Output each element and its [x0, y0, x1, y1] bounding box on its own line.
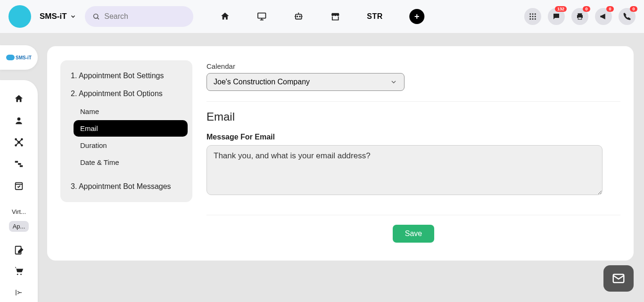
logo-card[interactable]: SMS-iT	[0, 45, 38, 70]
svg-line-32	[19, 139, 22, 142]
svg-point-18	[535, 16, 536, 17]
search-field[interactable]	[85, 6, 193, 27]
store-icon[interactable]	[330, 11, 340, 22]
chat-icon	[552, 12, 561, 21]
message-label: Message For Email	[206, 133, 620, 141]
announcements-button[interactable]: 0	[595, 8, 612, 25]
svg-point-0	[93, 14, 98, 18]
svg-point-17	[532, 16, 534, 17]
phone-badge: 0	[630, 6, 637, 12]
chevron-down-icon	[70, 13, 76, 20]
plus-icon	[413, 13, 421, 20]
sidebar-item-ap[interactable]: Ap...	[9, 221, 29, 232]
svg-point-42	[20, 274, 22, 275]
section-title: Email	[206, 110, 620, 123]
svg-point-21	[535, 18, 536, 20]
message-textarea[interactable]	[206, 145, 603, 195]
print-badge: 0	[583, 6, 590, 12]
left-sidebar: SMS-iT Virt... Ap...	[0, 33, 38, 302]
svg-rect-24	[578, 17, 582, 20]
app-header: SMS-iT STR 132 0	[0, 0, 644, 33]
divider	[206, 101, 620, 102]
save-button[interactable]: Save	[393, 225, 434, 243]
search-input[interactable]	[104, 12, 185, 21]
settings-nav: 1. Appointment Bot Settings 2. Appointme…	[60, 60, 192, 202]
desktop-icon[interactable]	[256, 11, 267, 22]
print-button[interactable]: 0	[571, 8, 588, 25]
nav-bot-settings[interactable]: 1. Appointment Bot Settings	[65, 67, 188, 85]
logo-text: SMS-iT	[16, 55, 32, 60]
mail-icon	[611, 271, 626, 286]
brand-dropdown[interactable]: SMS-iT	[40, 12, 76, 21]
brand-label: SMS-iT	[40, 12, 67, 21]
svg-rect-22	[578, 13, 582, 15]
edit-nav-icon[interactable]	[14, 245, 24, 255]
calendar-select-value: Joe's Construction Company	[214, 78, 310, 86]
svg-point-14	[532, 13, 534, 15]
printer-icon	[576, 12, 584, 21]
svg-point-15	[535, 13, 536, 15]
grid-icon	[528, 12, 537, 21]
str-nav-item[interactable]: STR	[367, 12, 383, 21]
home-icon[interactable]	[220, 11, 230, 22]
svg-line-34	[19, 142, 22, 145]
nav-sub-duration[interactable]: Duration	[74, 137, 188, 154]
user-nav-icon[interactable]	[13, 115, 25, 126]
svg-point-19	[529, 18, 531, 20]
svg-point-7	[299, 16, 300, 17]
header-right: 132 0 0 0	[524, 8, 636, 25]
svg-point-25	[17, 117, 21, 121]
home-nav-icon[interactable]	[13, 93, 25, 105]
network-nav-icon[interactable]	[13, 137, 25, 148]
svg-point-13	[529, 13, 531, 15]
nav-sub-datetime[interactable]: Date & Time	[74, 154, 188, 171]
support-chat-button[interactable]	[603, 265, 634, 292]
nav-sub-group: Name Email Duration Date & Time	[65, 103, 188, 171]
nav-sub-name[interactable]: Name	[74, 103, 188, 120]
avatar[interactable]	[8, 5, 31, 28]
nav-bot-options[interactable]: 2. Appointment Bot Options	[65, 85, 188, 103]
expand-sidebar-icon[interactable]	[15, 288, 23, 299]
phone-button[interactable]: 0	[619, 8, 636, 25]
announce-badge: 0	[606, 6, 614, 12]
svg-rect-2	[258, 13, 266, 18]
add-button[interactable]	[409, 9, 424, 24]
cloud-icon	[6, 55, 15, 60]
sidebar-card: Virt... Ap...	[0, 80, 38, 302]
svg-point-41	[17, 274, 18, 275]
messages-badge: 132	[555, 6, 567, 12]
svg-point-16	[529, 16, 531, 17]
sidebar-item-virt[interactable]: Virt...	[8, 206, 30, 217]
funnel-nav-icon[interactable]	[13, 158, 25, 170]
calendar-select[interactable]: Joe's Construction Company	[206, 73, 405, 91]
robot-icon[interactable]	[293, 11, 304, 22]
svg-line-31	[16, 139, 19, 142]
svg-line-33	[16, 142, 19, 145]
nav-sub-email[interactable]: Email	[74, 120, 188, 137]
cart-nav-icon[interactable]	[14, 266, 24, 276]
save-row: Save	[206, 215, 620, 243]
svg-rect-36	[18, 163, 21, 165]
megaphone-icon	[599, 12, 608, 21]
svg-point-20	[532, 18, 534, 20]
svg-rect-37	[20, 165, 23, 167]
main-card: 1. Appointment Bot Settings 2. Appointme…	[47, 46, 634, 261]
svg-rect-38	[16, 183, 23, 190]
messages-button[interactable]: 132	[548, 8, 565, 25]
svg-rect-35	[15, 161, 18, 163]
apps-grid-button[interactable]	[524, 8, 541, 25]
phone-icon	[623, 12, 631, 21]
content-area: Calendar Joe's Construction Company Emai…	[206, 60, 620, 246]
search-icon	[92, 12, 100, 21]
svg-point-6	[297, 16, 298, 17]
chevron-down-icon	[390, 78, 397, 86]
header-center-nav: STR	[220, 9, 424, 24]
calendar-label: Calendar	[206, 62, 620, 70]
calendar-nav-icon[interactable]	[13, 180, 25, 191]
svg-line-1	[97, 18, 99, 19]
sidebar-text-group: Virt... Ap...	[0, 206, 38, 232]
nav-bot-messages[interactable]: 3. Appointment Bot Messages	[65, 178, 188, 196]
